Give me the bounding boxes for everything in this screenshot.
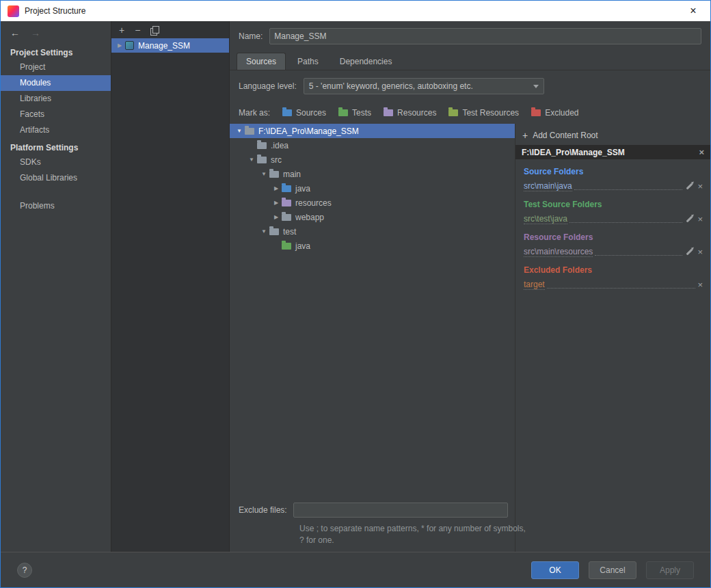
expand-arrow-icon[interactable]: ▼ <box>258 224 269 239</box>
dialog-footer: ? OK Cancel Apply <box>1 552 710 587</box>
tree-row-resources[interactable]: ▶ resources <box>230 196 515 210</box>
sidebar-item-project[interactable]: Project <box>1 59 111 75</box>
cancel-button[interactable]: Cancel <box>589 561 636 579</box>
mark-as-tests[interactable]: Tests <box>338 108 371 118</box>
footer-buttons: OK Cancel Apply <box>531 561 694 579</box>
source-folder-icon <box>282 109 292 116</box>
module-list-panel: + − ▶ Manage_SSM <box>111 21 230 552</box>
copy-module-icon[interactable] <box>150 26 159 34</box>
add-content-root-button[interactable]: + Add Content Root <box>515 128 710 143</box>
dotted-leader <box>595 248 682 256</box>
sidebar-item-libraries[interactable]: Libraries <box>1 91 111 107</box>
name-label: Name: <box>239 31 263 41</box>
edit-icon[interactable] <box>686 248 693 255</box>
forward-icon[interactable]: → <box>31 27 40 38</box>
language-level-row: Language level: 5 - 'enum' keyword, gene… <box>230 70 710 102</box>
folder-item: src\test\java × <box>524 213 703 225</box>
sidebar-item-problems[interactable]: Problems <box>1 198 111 214</box>
dropdown-arrow-icon <box>533 85 539 88</box>
module-name: Manage_SSM <box>138 41 190 51</box>
folder-path[interactable]: target <box>524 280 545 290</box>
collapse-arrow-icon[interactable]: ▶ <box>271 210 282 224</box>
apply-button[interactable]: Apply <box>646 561 694 579</box>
remove-folder-icon[interactable]: × <box>697 280 703 289</box>
tab-paths[interactable]: Paths <box>288 53 328 70</box>
module-name-input[interactable] <box>269 28 701 44</box>
language-level-select[interactable]: 5 - 'enum' keyword, generics, autoboxing… <box>304 78 544 94</box>
collapse-arrow-icon[interactable]: ▶ <box>271 196 282 210</box>
tree-row-src[interactable]: ▼ src <box>230 152 515 167</box>
folder-path[interactable]: src\test\java <box>524 214 567 224</box>
add-module-icon[interactable]: + <box>119 25 124 35</box>
folder-item: src\main\resources × <box>524 245 703 258</box>
sidebar-item-global-libraries[interactable]: Global Libraries <box>1 170 111 186</box>
mark-as-sources[interactable]: Sources <box>282 108 326 118</box>
folder-path[interactable]: src\main\resources <box>524 247 593 257</box>
source-folders-group: Source Folders src\main\java × <box>515 159 710 192</box>
sidebar-spacer <box>1 186 111 198</box>
collapse-arrow-icon[interactable]: ▶ <box>114 38 125 53</box>
tree-row-java[interactable]: ▶ java <box>230 181 515 196</box>
expand-arrow-icon[interactable]: ▼ <box>246 152 257 167</box>
dialog-body: ← → Project Settings Project Modules Lib… <box>1 21 710 552</box>
sidebar-item-modules[interactable]: Modules <box>1 75 111 91</box>
tree-row-idea[interactable]: .idea <box>230 138 515 152</box>
content-root-header: F:\IDEA_Pro\Manage_SSM × <box>515 145 710 159</box>
exclude-files-hint: Use ; to separate name patterns, * for a… <box>299 523 526 546</box>
tree-row-label: F:\IDEA_Pro\Manage_SSM <box>258 126 359 136</box>
remove-folder-icon[interactable]: × <box>697 215 703 224</box>
remove-content-root-icon[interactable]: × <box>699 148 704 157</box>
ok-button[interactable]: OK <box>531 561 579 579</box>
intellij-logo-icon <box>8 5 19 17</box>
test-folder-icon <box>338 109 348 116</box>
tree-row-content-root[interactable]: ▼ F:\IDEA_Pro\Manage_SSM <box>230 124 515 138</box>
folder-item: target × <box>524 278 703 291</box>
test-folder-icon <box>282 243 291 250</box>
mark-as-excluded[interactable]: Excluded <box>531 108 578 118</box>
module-list-item[interactable]: ▶ Manage_SSM <box>111 38 229 53</box>
folder-icon <box>282 214 291 221</box>
close-icon[interactable]: × <box>683 5 703 17</box>
directory-tree-panel: ▼ F:\IDEA_Pro\Manage_SSM .idea ▼ <box>230 124 515 552</box>
source-folder-icon <box>282 185 291 192</box>
folder-icon <box>269 171 279 178</box>
tree-row-webapp[interactable]: ▶ webapp <box>230 210 515 224</box>
mark-as-test-resources-label: Test Resources <box>462 108 519 118</box>
sidebar-item-sdks[interactable]: SDKs <box>1 155 111 170</box>
folder-icon <box>257 142 267 149</box>
help-button[interactable]: ? <box>17 563 32 578</box>
tree-row-label: src <box>271 155 282 165</box>
sidebar-item-artifacts[interactable]: Artifacts <box>1 122 111 138</box>
tree-row-label: java <box>295 184 310 193</box>
excluded-folder-icon <box>531 109 541 116</box>
exclude-files-input[interactable] <box>293 503 508 518</box>
folder-path[interactable]: src\main\java <box>524 181 572 191</box>
remove-module-icon[interactable]: − <box>135 25 140 35</box>
tree-row-main[interactable]: ▼ main <box>230 167 515 181</box>
resources-folder-icon <box>282 200 291 206</box>
sidebar-item-facets[interactable]: Facets <box>1 107 111 122</box>
mark-as-test-resources[interactable]: Test Resources <box>448 108 519 118</box>
dotted-leader <box>547 280 696 289</box>
tab-dependencies[interactable]: Dependencies <box>330 53 402 70</box>
expand-arrow-icon[interactable]: ▼ <box>258 167 269 181</box>
collapse-arrow-icon[interactable]: ▶ <box>271 181 282 196</box>
tree-row-label: main <box>283 170 301 179</box>
expand-arrow-icon[interactable]: ▼ <box>234 124 245 138</box>
tree-row-test[interactable]: ▼ test <box>230 224 515 239</box>
folder-icon <box>269 228 279 235</box>
edit-icon[interactable] <box>686 183 693 189</box>
mark-as-resources[interactable]: Resources <box>384 108 436 118</box>
module-tabs: Sources Paths Dependencies <box>230 51 710 70</box>
section-header-project-settings: Project Settings <box>1 43 111 59</box>
remove-folder-icon[interactable]: × <box>697 182 703 191</box>
project-structure-dialog: Project Structure × ← → Project Settings… <box>0 0 711 588</box>
sources-split: ▼ F:\IDEA_Pro\Manage_SSM .idea ▼ <box>230 124 710 552</box>
remove-folder-icon[interactable]: × <box>697 248 703 256</box>
back-icon[interactable]: ← <box>10 27 20 38</box>
add-content-root-label: Add Content Root <box>533 131 598 140</box>
tree-row-test-java[interactable]: java <box>230 239 515 253</box>
edit-icon[interactable] <box>686 215 693 222</box>
content-root-path: F:\IDEA_Pro\Manage_SSM <box>522 148 625 157</box>
tab-sources[interactable]: Sources <box>237 53 286 70</box>
